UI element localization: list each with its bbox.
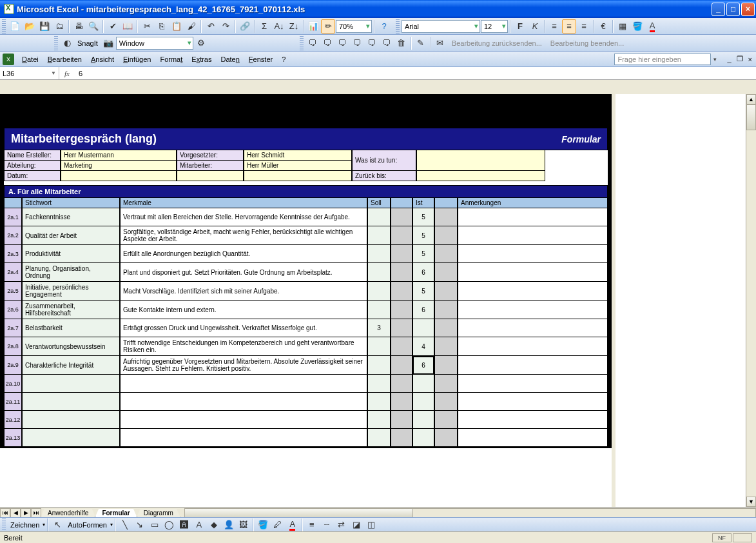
meta-zurueck-value[interactable] <box>416 171 545 181</box>
snagit-settings-button[interactable]: ⚙ <box>194 36 208 50</box>
row-soll[interactable] <box>367 282 391 301</box>
row-feature[interactable]: Trifft notwendige Entscheidungen im Komp… <box>120 337 367 356</box>
row-soll[interactable] <box>367 337 391 356</box>
ink-button[interactable]: ✎ <box>414 36 428 50</box>
font-name-combo[interactable]: Arial▾ <box>402 20 480 33</box>
edit-comment-button[interactable]: 🗨 <box>320 36 334 50</box>
workbook-icon[interactable]: X <box>3 54 14 65</box>
hyperlink-button[interactable]: 🔗 <box>238 19 252 34</box>
row-keyword[interactable]: Initiative, persönliches Engagement <box>22 282 120 301</box>
menu-window[interactable]: FensterFenster <box>245 54 276 64</box>
show-comment-button[interactable]: 🗨 <box>365 36 379 50</box>
prev-comment-button[interactable]: 🗨 <box>335 36 349 50</box>
vertical-scrollbar[interactable]: ▲ ▼ <box>746 94 756 507</box>
sort-asc-button[interactable]: A↓ <box>272 19 286 34</box>
row-keyword[interactable]: Qualität der Arbeit <box>22 226 120 245</box>
meta-vorgesetzter-value[interactable]: Herr Schmidt <box>244 150 352 161</box>
row-soll[interactable] <box>367 245 391 263</box>
sort-desc-button[interactable]: Z↓ <box>287 19 301 34</box>
row-notes[interactable] <box>458 375 608 393</box>
meta-abteilung-value[interactable]: Marketing <box>61 161 177 171</box>
font-color-button[interactable]: A <box>645 19 659 34</box>
row-feature[interactable] <box>120 393 367 411</box>
row-ist[interactable] <box>412 375 434 393</box>
autoshapes-menu[interactable]: AutoFormen <box>65 521 110 529</box>
row-keyword[interactable]: Verantwortungsbewusstsein <box>22 337 120 356</box>
row-keyword[interactable]: Produktivität <box>22 245 120 263</box>
menu-edit[interactable]: BearbeitenBearbeiten <box>44 54 86 64</box>
print-preview-button[interactable]: 🔍 <box>86 19 101 34</box>
row-notes[interactable] <box>458 411 608 429</box>
row-ist[interactable]: 6 <box>412 263 434 282</box>
clipart-button[interactable]: 👤 <box>222 518 236 532</box>
zoom-combo[interactable]: 70%▾ <box>336 20 372 33</box>
row-keyword[interactable] <box>22 411 120 429</box>
shadow-button[interactable]: ◪ <box>349 518 363 532</box>
row-feature[interactable]: Plant und disponiert gut. Setzt Prioritä… <box>120 263 367 282</box>
redo-button[interactable]: ↷ <box>218 19 233 34</box>
send-review-button[interactable]: ✉ <box>433 36 447 50</box>
snagit-icon[interactable]: ◐ <box>60 36 74 50</box>
doc-close-button[interactable]: × <box>747 55 753 63</box>
fill-color-draw-button[interactable]: 🪣 <box>256 518 270 532</box>
diagram-button[interactable]: ◆ <box>207 518 221 532</box>
select-objects-button[interactable]: ↖ <box>50 518 64 532</box>
help-caret-icon[interactable]: ▾ <box>713 56 717 63</box>
row-notes[interactable] <box>458 263 608 282</box>
picture-button[interactable]: 🖼 <box>237 518 251 532</box>
toolbar-grip[interactable] <box>2 19 6 34</box>
sheet-tab-anwenderhilfe[interactable]: Anwenderhilfe <box>41 509 95 518</box>
row-notes[interactable] <box>458 429 608 447</box>
row-notes[interactable] <box>458 245 608 263</box>
align-center-button[interactable]: ≡ <box>562 19 576 34</box>
row-feature[interactable]: Macht Vorschläge. Identifiziert sich mit… <box>120 282 367 301</box>
copy-button[interactable]: ⎘ <box>155 19 169 34</box>
arrow-style-button[interactable]: ⇄ <box>334 518 349 532</box>
row-keyword[interactable]: Planung, Organisation, Ordnung <box>22 263 120 282</box>
end-edit-label[interactable]: Bearbeitung beenden... <box>547 39 628 47</box>
row-feature[interactable]: Erfüllt alle Anordnungen bezüglich Quant… <box>120 245 367 263</box>
row-notes[interactable] <box>458 226 608 245</box>
meta-datum-value[interactable] <box>61 171 177 181</box>
row-feature[interactable] <box>120 429 367 447</box>
new-comment-button[interactable]: 🗨 <box>305 36 320 50</box>
doc-minimize-button[interactable]: _ <box>726 55 732 63</box>
borders-button[interactable]: ▦ <box>615 19 630 34</box>
menu-format[interactable]: FormatFormat <box>156 54 186 64</box>
row-feature[interactable]: Aufrichtig gegenüber Vorgesetzten und Mi… <box>120 356 367 375</box>
row-ist[interactable]: 5 <box>412 208 434 226</box>
fill-color-button[interactable]: 🪣 <box>630 19 645 34</box>
row-feature[interactable]: Sorgfältige, vollständige Arbeit, macht … <box>120 226 367 245</box>
row-ist[interactable]: 6 <box>412 301 434 319</box>
row-soll[interactable] <box>367 411 391 429</box>
fx-button[interactable]: fx <box>59 70 75 77</box>
italic-button[interactable]: K <box>528 19 542 34</box>
3d-button[interactable]: ◫ <box>364 518 378 532</box>
font-size-combo[interactable]: 12▾ <box>481 20 508 33</box>
help-button[interactable]: ? <box>377 19 391 34</box>
currency-button[interactable]: € <box>596 19 610 34</box>
meta-blank1[interactable] <box>177 171 244 181</box>
hscroll-thumb[interactable] <box>185 509 413 518</box>
line-button[interactable]: ╲ <box>118 518 132 532</box>
drawing-toggle-button[interactable]: ✏ <box>321 19 335 34</box>
print-button[interactable]: 🖶 <box>72 19 86 34</box>
row-notes[interactable] <box>458 356 608 375</box>
close-button[interactable]: × <box>741 3 755 16</box>
row-notes[interactable] <box>458 393 608 411</box>
snagit-mode-combo[interactable]: Window▾ <box>116 37 193 50</box>
research-button[interactable]: 📖 <box>121 19 135 34</box>
row-ist[interactable]: 4 <box>412 337 434 356</box>
row-soll[interactable] <box>367 375 391 393</box>
name-box[interactable]: L36▼ <box>0 67 59 79</box>
row-keyword[interactable] <box>22 393 120 411</box>
row-soll[interactable] <box>367 429 391 447</box>
row-soll[interactable] <box>367 393 391 411</box>
scroll-down-button[interactable]: ▼ <box>746 497 756 507</box>
show-all-comments-button[interactable]: 🗨 <box>380 36 394 50</box>
row-soll[interactable]: 3 <box>367 319 391 337</box>
meta-mitarbeiter-value[interactable]: Herr Müller <box>244 161 352 171</box>
formula-input[interactable]: 6 <box>75 70 86 77</box>
bold-button[interactable]: F <box>513 19 527 34</box>
line-style-button[interactable]: ≡ <box>305 518 319 532</box>
